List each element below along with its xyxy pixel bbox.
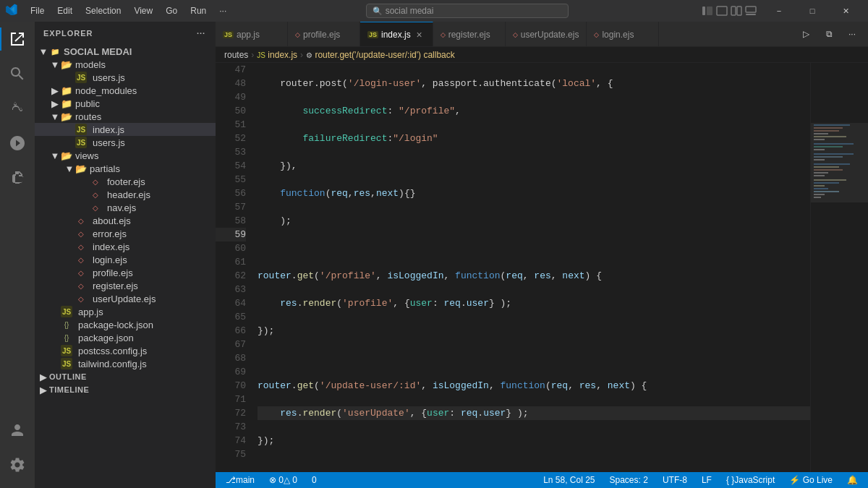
menu-file[interactable]: File [25, 4, 50, 17]
models-usersjs-icon: JS [75, 72, 87, 83]
menu-selection[interactable]: Selection [80, 4, 127, 17]
tab-userupdateejs-name: userUpdate.ejs [521, 30, 579, 40]
outline-label: OUTLINE [49, 372, 87, 381]
tree-item-timeline[interactable]: ▶ TIMELINE [35, 383, 216, 396]
menu-run[interactable]: Run [184, 4, 212, 17]
tab-appjs[interactable]: JS app.js [216, 22, 288, 47]
code-line-58: router.get('/update-user/:id', isLoggedI… [258, 379, 810, 393]
footerejs-icon: ◇ [90, 176, 101, 187]
status-spaces[interactable]: Spaces: 2 [605, 472, 652, 488]
tab-indexjs-close[interactable]: × [414, 29, 425, 40]
activity-search[interactable] [0, 56, 35, 91]
status-errors[interactable]: ⊗ 0 △ 0 [265, 472, 302, 488]
status-branch[interactable]: ⎇ main [221, 472, 259, 488]
code-editor[interactable]: router.post('/login-user', passport.auth… [252, 63, 810, 472]
tailwind-label: tailwind.config.js [78, 359, 147, 369]
tree-item-models-usersjs[interactable]: ▶ JS users.js [35, 71, 216, 84]
tree-item-login-ejs[interactable]: ▶ ◇ login.ejs [35, 253, 216, 266]
breadcrumb-sep2: › [300, 50, 303, 60]
models-usersjs-label: users.js [93, 72, 125, 83]
tab-loginejs[interactable]: ◇ login.ejs [587, 22, 659, 47]
navejs-label: nav.ejs [107, 202, 136, 213]
panel-layout-icon[interactable] [745, 5, 757, 17]
tree-item-nav-ejs[interactable]: ▶ ◇ nav.ejs [35, 201, 216, 214]
tree-item-footer-ejs[interactable]: ▶ ◇ footer.ejs [35, 175, 216, 188]
code-line-57 [258, 351, 810, 365]
status-golive[interactable]: ⚡ Go Live [785, 472, 837, 488]
tree-item-about-ejs[interactable]: ▶ ◇ about.ejs [35, 214, 216, 227]
code-line-56: }); [258, 324, 810, 338]
tab-profileejs[interactable]: ◇ profile.ejs [288, 22, 360, 47]
minimize-button[interactable]: − [762, 0, 796, 22]
footerejs-label: footer.ejs [107, 176, 145, 187]
tab-registerejs[interactable]: ◇ register.ejs [433, 22, 506, 47]
activity-settings[interactable] [0, 448, 35, 482]
tree-root[interactable]: ▼ 📁 SOCIAL MEDAI [35, 45, 216, 58]
public-folder-icon: 📁 [61, 98, 72, 109]
activity-run-debug[interactable] [0, 126, 35, 160]
tree-item-public[interactable]: ▶ 📁 public [35, 97, 216, 110]
tree-item-profile-ejs[interactable]: ▶ ◇ profile.ejs [35, 266, 216, 279]
tab-indexjs[interactable]: JS index.js × [360, 22, 433, 47]
tree-item-appjs[interactable]: ▶ JS app.js [35, 305, 216, 318]
tree-item-pkg[interactable]: ▶ {} package.json [35, 331, 216, 344]
language-name: JavaScript [734, 475, 775, 485]
sidebar-header-icons: ··· [195, 27, 207, 39]
tab-userupdateejs[interactable]: ◇ userUpdate.ejs [506, 22, 587, 47]
menu-edit[interactable]: Edit [51, 4, 78, 17]
menu-view[interactable]: View [128, 4, 158, 17]
tree-item-views[interactable]: ▼ 📂 views [35, 149, 216, 162]
more-tab-button[interactable]: ··· [842, 24, 862, 44]
status-language[interactable]: { } JavaScript [722, 472, 779, 488]
maximize-button[interactable]: □ [796, 0, 829, 22]
code-line-49: failureRedirect:"/login" [258, 132, 810, 145]
activity-account[interactable] [0, 413, 35, 448]
tree-item-header-ejs[interactable]: ▶ ◇ header.ejs [35, 188, 216, 201]
partials-label: partials [90, 163, 120, 174]
tree-item-index-js[interactable]: ▶ JS index.js [35, 123, 216, 136]
tree-item-partials[interactable]: ▼ 📂 partials [35, 162, 216, 175]
tree-item-postcss[interactable]: ▶ JS postcss.config.js [35, 344, 216, 357]
tree-item-pkg-lock[interactable]: ▶ {} package-lock.json [35, 318, 216, 331]
status-position[interactable]: Ln 58, Col 25 [539, 472, 599, 488]
status-notifications[interactable]: 🔔 [843, 472, 862, 488]
tree-root-label: SOCIAL MEDAI [64, 46, 132, 57]
status-encoding[interactable]: UTF-8 [658, 472, 692, 488]
activity-source-control[interactable] [0, 91, 35, 126]
golive-label: ⚡ Go Live [789, 475, 833, 485]
code-line-47: router.post('/login-user', passport.auth… [258, 77, 810, 90]
tree-item-userupdate-ejs[interactable]: ▶ ◇ userUpdate.ejs [35, 292, 216, 305]
tree-item-index-ejs[interactable]: ▶ ◇ index.ejs [35, 240, 216, 253]
activity-extensions[interactable] [0, 160, 35, 195]
tree-item-node-modules[interactable]: ▶ 📁 node_modules [35, 84, 216, 97]
tree-item-register-ejs[interactable]: ▶ ◇ register.ejs [35, 279, 216, 292]
menu-go[interactable]: Go [160, 4, 183, 17]
tree-item-routes[interactable]: ▼ 📂 routes [35, 110, 216, 123]
navejs-icon: ◇ [90, 202, 101, 213]
node-modules-label: node_modules [75, 85, 137, 96]
sidebar-more-icon[interactable]: ··· [195, 27, 207, 39]
tree-item-routes-usersjs[interactable]: ▶ JS users.js [35, 136, 216, 149]
split-editor-button[interactable]: ⧉ [819, 24, 839, 44]
close-button[interactable]: ✕ [829, 0, 862, 22]
svg-rect-5 [746, 7, 756, 12]
editor-layout-icon[interactable] [716, 5, 728, 17]
svg-rect-2 [717, 7, 727, 15]
status-eol[interactable]: LF [697, 472, 716, 488]
sidebar-toggle-icon[interactable] [702, 5, 713, 17]
menu-more[interactable]: ··· [213, 4, 232, 17]
userupdateejs-label: userUpdate.ejs [93, 294, 156, 304]
split-editor-icon[interactable] [731, 5, 742, 17]
tree-item-outline[interactable]: ▶ OUTLINE [35, 370, 216, 383]
pkglock-label: package-lock.json [78, 320, 153, 330]
tree-item-tailwind[interactable]: ▶ JS tailwind.config.js [35, 357, 216, 370]
activity-explorer[interactable] [0, 22, 35, 56]
tree-item-models[interactable]: ▼ 📂 models [35, 58, 216, 71]
title-search-input[interactable]: 🔍 social medai [366, 4, 569, 18]
tree-item-error-ejs[interactable]: ▶ ◇ error.ejs [35, 227, 216, 240]
run-button[interactable]: ▷ [796, 24, 816, 44]
status-info[interactable]: 0 [307, 472, 321, 488]
code-line-50: }), [258, 159, 810, 173]
aboutejs-icon: ◇ [75, 215, 87, 226]
vscode-icon [6, 4, 20, 18]
